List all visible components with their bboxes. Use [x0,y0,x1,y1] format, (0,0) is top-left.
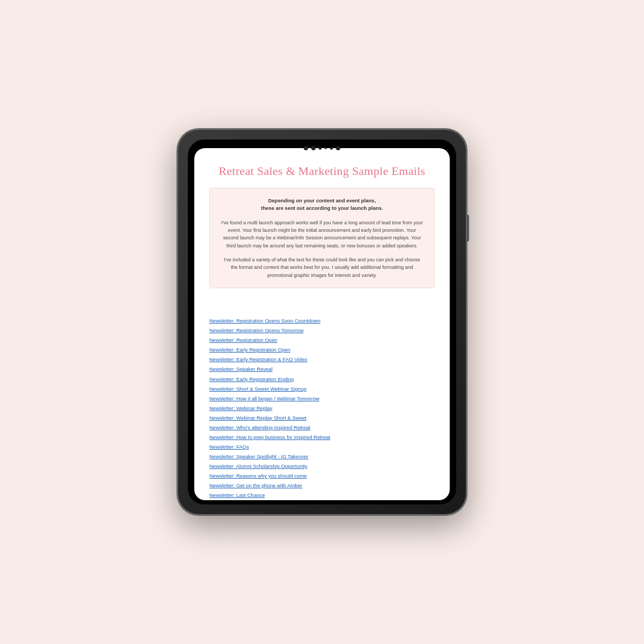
camera-dot [304,146,308,150]
screen-content: Retreat Sales & Marketing Sample Emails … [194,148,450,500]
list-item[interactable]: Newsletter: How it all began / Webinar T… [209,394,435,404]
sensor-dot [319,147,321,150]
list-item[interactable]: Newsletter: Last Chance [209,491,435,500]
mic-dot [325,147,327,149]
sensor-dot-2 [330,147,333,150]
list-item[interactable]: Newsletter: Webinar Replay [209,404,435,413]
links-section: Newsletter: Registration Opens Soon Coun… [209,316,435,500]
list-item[interactable]: Newsletter: FAQs [209,442,435,452]
list-item[interactable]: Newsletter: Speaker Reveal [209,364,435,374]
intro-body-1: I've found a multi launch approach works… [221,219,423,250]
ipad-device: Retreat Sales & Marketing Sample Emails … [177,129,467,515]
list-item[interactable]: Newsletter: How to prep business for Ins… [209,433,435,442]
list-item[interactable]: Newsletter: Registration Open [209,335,435,345]
list-item[interactable]: Newsletter: Early Registration Open [209,345,435,355]
camera-dot-2 [311,146,316,150]
list-item[interactable]: Newsletter: Alumni Scholarship Opportuni… [209,462,435,471]
list-item[interactable]: Newsletter: Early Registration Ending [209,375,435,384]
device-wrapper: Retreat Sales & Marketing Sample Emails … [177,129,467,515]
intro-body-2: I've included a variety of what the text… [221,256,423,279]
side-button [467,215,469,241]
list-item[interactable]: Newsletter: Registration Opens Tomorrow [209,326,435,335]
spacer [209,299,435,308]
list-item[interactable]: Newsletter: Short & Sweet Webinar Signup [209,384,435,394]
list-item[interactable]: Newsletter: Registration Opens Soon Coun… [209,316,435,326]
front-camera [336,146,340,150]
page-title: Retreat Sales & Marketing Sample Emails [209,164,435,178]
intro-subtitle: Depending on your content and event plan… [221,197,423,213]
screen-bezel: Retreat Sales & Marketing Sample Emails … [188,140,456,504]
top-sensor-bar [304,146,340,150]
intro-box: Depending on your content and event plan… [209,188,435,288]
list-item[interactable]: Newsletter: Early Registration & FAQ Vid… [209,355,435,364]
list-item[interactable]: Newsletter: Reasons why you should come [209,471,435,481]
list-item[interactable]: Newsletter: Get on the phone with Amber [209,481,435,491]
list-item[interactable]: Newsletter: Who's attending Inspired Ret… [209,423,435,433]
list-item[interactable]: Newsletter: Webinar Replay Short & Sweet [209,413,435,423]
ipad-screen[interactable]: Retreat Sales & Marketing Sample Emails … [194,148,450,500]
list-item[interactable]: Newsletter: Speaker Spotlight - IG Takeo… [209,452,435,462]
